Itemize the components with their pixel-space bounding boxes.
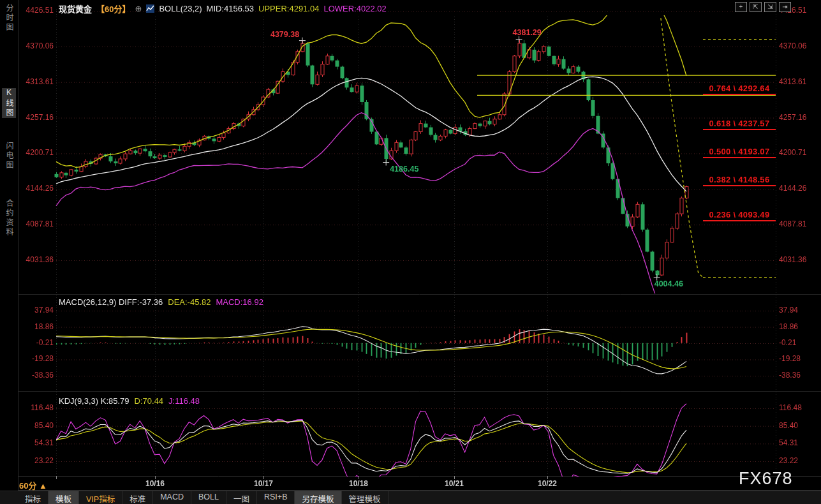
- axis-scale-right-icon[interactable]: ⇲: [764, 2, 776, 12]
- timeframe-label: 60分: [19, 481, 36, 491]
- chart-header: 现货黄金 【60分】 ⊕ BOLL(23,2) MID:4156.53 UPPE…: [59, 3, 387, 15]
- kdj-header: KDJ(9,3,3) K:85.79 D:70.44 J:116.48: [59, 396, 200, 406]
- kdj-d-value: D:70.44: [135, 396, 164, 406]
- trading-app: 分时图K线图闪电图合约资料 现货黄金 【60分】 ⊕ BOLL(23,2) MI…: [0, 0, 821, 504]
- chart-toolbuttons: +⇱⇲⇥: [735, 2, 791, 12]
- period-label: 【60分】: [96, 3, 130, 15]
- sidebar-tab-0[interactable]: 分时图: [2, 4, 16, 33]
- macd-header: MACD(26,12,9) DIFF:-37.36 DEA:-45.82 MAC…: [59, 297, 263, 307]
- crosshair-icon[interactable]: +: [735, 2, 747, 12]
- toolbar-tab-9[interactable]: 管理模板: [342, 491, 388, 504]
- boll-upper-value: UPPER:4291.04: [258, 4, 319, 13]
- watermark: FX678: [739, 469, 793, 489]
- macd-dea-value: DEA:-45.82: [168, 297, 211, 307]
- collapse-right-icon[interactable]: ⇥: [779, 2, 791, 12]
- toolbar-tab-3[interactable]: 标准: [122, 491, 153, 504]
- symbol-title: 现货黄金: [59, 3, 92, 15]
- sidebar-tab-3[interactable]: 合约资料: [2, 199, 16, 237]
- boll-label[interactable]: BOLL(23,2): [159, 4, 202, 13]
- circle-plus-icon[interactable]: ⊕: [135, 4, 142, 13]
- kdj-k-value[interactable]: KDJ(9,3,3) K:85.79: [59, 396, 129, 406]
- kdj-j-value: J:116.48: [168, 396, 200, 406]
- toolbar-tab-6[interactable]: 一图: [226, 491, 257, 504]
- boll-mid-value: MID:4156.53: [207, 4, 254, 13]
- price-chart-canvas[interactable]: [0, 0, 821, 504]
- toolbar-tab-0[interactable]: 指标: [18, 491, 48, 504]
- bottom-toolbar: 指标模板VIP指标标准MACDBOLL一图RSI+B另存模板管理模板: [0, 491, 821, 504]
- toolbar-tab-7[interactable]: RSI+B: [257, 491, 295, 504]
- macd-diff-value[interactable]: MACD(26,12,9) DIFF:-37.36: [59, 297, 163, 307]
- triangle-up-icon: ▲: [39, 481, 47, 491]
- toolbar-tab-5[interactable]: BOLL: [191, 491, 226, 504]
- toolbar-tab-8[interactable]: 另存模板: [295, 491, 341, 504]
- toolbar-tab-4[interactable]: MACD: [153, 491, 191, 504]
- macd-hist-value: MACD:16.92: [216, 297, 263, 307]
- toolbar-tab-1[interactable]: 模板: [48, 491, 79, 504]
- mini-chart-icon: [146, 4, 154, 13]
- sidebar-tab-2[interactable]: 闪电图: [2, 142, 16, 170]
- boll-lower-value: LOWER:4022.02: [323, 4, 386, 13]
- sidebar-tab-1[interactable]: K线图: [2, 88, 16, 118]
- axis-scale-left-icon[interactable]: ⇱: [750, 2, 762, 12]
- toolbar-tab-2[interactable]: VIP指标: [79, 491, 122, 504]
- timeframe-selector[interactable]: 60分 ▲: [19, 479, 47, 491]
- chart-type-sidebar: 分时图K线图闪电图合约资料: [0, 0, 18, 504]
